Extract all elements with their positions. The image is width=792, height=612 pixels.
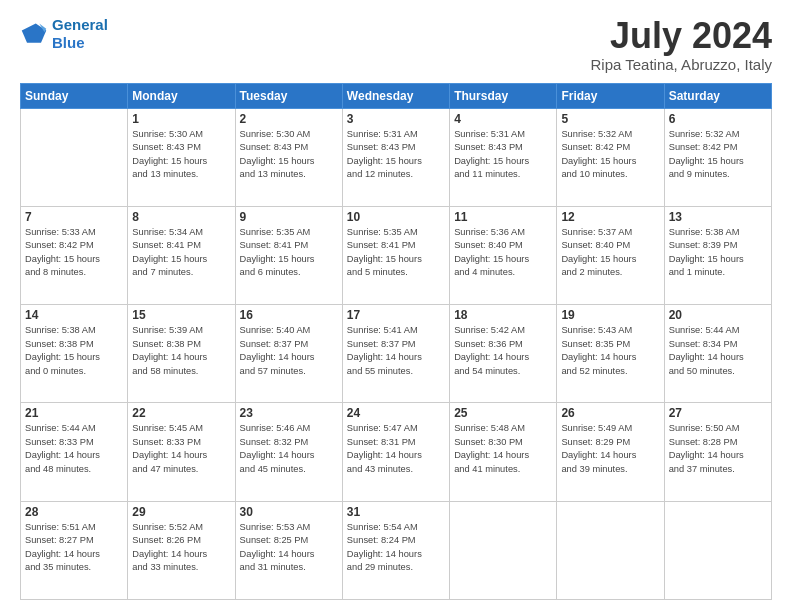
calendar-cell: 10Sunrise: 5:35 AM Sunset: 8:41 PM Dayli… xyxy=(342,206,449,304)
day-number: 15 xyxy=(132,308,230,322)
day-number: 23 xyxy=(240,406,338,420)
day-number: 16 xyxy=(240,308,338,322)
calendar-cell: 15Sunrise: 5:39 AM Sunset: 8:38 PM Dayli… xyxy=(128,305,235,403)
page: General Blue July 2024 Ripa Teatina, Abr… xyxy=(0,0,792,612)
day-number: 6 xyxy=(669,112,767,126)
day-number: 24 xyxy=(347,406,445,420)
calendar-cell: 22Sunrise: 5:45 AM Sunset: 8:33 PM Dayli… xyxy=(128,403,235,501)
cell-info: Sunrise: 5:45 AM Sunset: 8:33 PM Dayligh… xyxy=(132,422,230,476)
day-number: 3 xyxy=(347,112,445,126)
week-row-1: 7Sunrise: 5:33 AM Sunset: 8:42 PM Daylig… xyxy=(21,206,772,304)
calendar-cell: 6Sunrise: 5:32 AM Sunset: 8:42 PM Daylig… xyxy=(664,108,771,206)
cell-info: Sunrise: 5:50 AM Sunset: 8:28 PM Dayligh… xyxy=(669,422,767,476)
day-number: 8 xyxy=(132,210,230,224)
day-number: 9 xyxy=(240,210,338,224)
day-number: 12 xyxy=(561,210,659,224)
col-tuesday: Tuesday xyxy=(235,83,342,108)
cell-info: Sunrise: 5:30 AM Sunset: 8:43 PM Dayligh… xyxy=(132,128,230,182)
cell-info: Sunrise: 5:32 AM Sunset: 8:42 PM Dayligh… xyxy=(561,128,659,182)
calendar-cell: 5Sunrise: 5:32 AM Sunset: 8:42 PM Daylig… xyxy=(557,108,664,206)
col-friday: Friday xyxy=(557,83,664,108)
day-number: 14 xyxy=(25,308,123,322)
calendar-cell: 26Sunrise: 5:49 AM Sunset: 8:29 PM Dayli… xyxy=(557,403,664,501)
calendar-cell xyxy=(450,501,557,599)
cell-info: Sunrise: 5:44 AM Sunset: 8:33 PM Dayligh… xyxy=(25,422,123,476)
header: General Blue July 2024 Ripa Teatina, Abr… xyxy=(20,16,772,73)
cell-info: Sunrise: 5:37 AM Sunset: 8:40 PM Dayligh… xyxy=(561,226,659,280)
calendar-cell: 19Sunrise: 5:43 AM Sunset: 8:35 PM Dayli… xyxy=(557,305,664,403)
calendar-cell: 23Sunrise: 5:46 AM Sunset: 8:32 PM Dayli… xyxy=(235,403,342,501)
cell-info: Sunrise: 5:47 AM Sunset: 8:31 PM Dayligh… xyxy=(347,422,445,476)
cell-info: Sunrise: 5:35 AM Sunset: 8:41 PM Dayligh… xyxy=(240,226,338,280)
calendar-cell: 3Sunrise: 5:31 AM Sunset: 8:43 PM Daylig… xyxy=(342,108,449,206)
col-monday: Monday xyxy=(128,83,235,108)
day-number: 10 xyxy=(347,210,445,224)
cell-info: Sunrise: 5:31 AM Sunset: 8:43 PM Dayligh… xyxy=(454,128,552,182)
day-number: 30 xyxy=(240,505,338,519)
cell-info: Sunrise: 5:44 AM Sunset: 8:34 PM Dayligh… xyxy=(669,324,767,378)
logo-line2: Blue xyxy=(52,34,85,51)
calendar-cell: 28Sunrise: 5:51 AM Sunset: 8:27 PM Dayli… xyxy=(21,501,128,599)
location: Ripa Teatina, Abruzzo, Italy xyxy=(591,56,773,73)
month-year: July 2024 xyxy=(591,16,773,56)
day-number: 22 xyxy=(132,406,230,420)
cell-info: Sunrise: 5:54 AM Sunset: 8:24 PM Dayligh… xyxy=(347,521,445,575)
cell-info: Sunrise: 5:43 AM Sunset: 8:35 PM Dayligh… xyxy=(561,324,659,378)
calendar-cell: 24Sunrise: 5:47 AM Sunset: 8:31 PM Dayli… xyxy=(342,403,449,501)
calendar-cell: 14Sunrise: 5:38 AM Sunset: 8:38 PM Dayli… xyxy=(21,305,128,403)
day-number: 19 xyxy=(561,308,659,322)
day-number: 29 xyxy=(132,505,230,519)
cell-info: Sunrise: 5:40 AM Sunset: 8:37 PM Dayligh… xyxy=(240,324,338,378)
col-wednesday: Wednesday xyxy=(342,83,449,108)
logo-icon xyxy=(20,20,48,48)
calendar-cell: 17Sunrise: 5:41 AM Sunset: 8:37 PM Dayli… xyxy=(342,305,449,403)
col-sunday: Sunday xyxy=(21,83,128,108)
cell-info: Sunrise: 5:46 AM Sunset: 8:32 PM Dayligh… xyxy=(240,422,338,476)
day-number: 2 xyxy=(240,112,338,126)
cell-info: Sunrise: 5:42 AM Sunset: 8:36 PM Dayligh… xyxy=(454,324,552,378)
week-row-3: 21Sunrise: 5:44 AM Sunset: 8:33 PM Dayli… xyxy=(21,403,772,501)
calendar-header-row: Sunday Monday Tuesday Wednesday Thursday… xyxy=(21,83,772,108)
calendar-cell: 9Sunrise: 5:35 AM Sunset: 8:41 PM Daylig… xyxy=(235,206,342,304)
cell-info: Sunrise: 5:52 AM Sunset: 8:26 PM Dayligh… xyxy=(132,521,230,575)
day-number: 4 xyxy=(454,112,552,126)
cell-info: Sunrise: 5:30 AM Sunset: 8:43 PM Dayligh… xyxy=(240,128,338,182)
calendar-cell: 21Sunrise: 5:44 AM Sunset: 8:33 PM Dayli… xyxy=(21,403,128,501)
week-row-0: 1Sunrise: 5:30 AM Sunset: 8:43 PM Daylig… xyxy=(21,108,772,206)
calendar-cell: 20Sunrise: 5:44 AM Sunset: 8:34 PM Dayli… xyxy=(664,305,771,403)
day-number: 21 xyxy=(25,406,123,420)
cell-info: Sunrise: 5:32 AM Sunset: 8:42 PM Dayligh… xyxy=(669,128,767,182)
cell-info: Sunrise: 5:41 AM Sunset: 8:37 PM Dayligh… xyxy=(347,324,445,378)
cell-info: Sunrise: 5:53 AM Sunset: 8:25 PM Dayligh… xyxy=(240,521,338,575)
cell-info: Sunrise: 5:31 AM Sunset: 8:43 PM Dayligh… xyxy=(347,128,445,182)
calendar-cell xyxy=(557,501,664,599)
logo-line1: General xyxy=(52,16,108,33)
day-number: 27 xyxy=(669,406,767,420)
day-number: 7 xyxy=(25,210,123,224)
day-number: 18 xyxy=(454,308,552,322)
calendar-cell: 1Sunrise: 5:30 AM Sunset: 8:43 PM Daylig… xyxy=(128,108,235,206)
day-number: 26 xyxy=(561,406,659,420)
cell-info: Sunrise: 5:48 AM Sunset: 8:30 PM Dayligh… xyxy=(454,422,552,476)
day-number: 17 xyxy=(347,308,445,322)
col-saturday: Saturday xyxy=(664,83,771,108)
calendar-table: Sunday Monday Tuesday Wednesday Thursday… xyxy=(20,83,772,600)
calendar-cell: 18Sunrise: 5:42 AM Sunset: 8:36 PM Dayli… xyxy=(450,305,557,403)
calendar-cell: 2Sunrise: 5:30 AM Sunset: 8:43 PM Daylig… xyxy=(235,108,342,206)
calendar-cell xyxy=(21,108,128,206)
calendar-cell: 4Sunrise: 5:31 AM Sunset: 8:43 PM Daylig… xyxy=(450,108,557,206)
day-number: 31 xyxy=(347,505,445,519)
calendar-cell: 30Sunrise: 5:53 AM Sunset: 8:25 PM Dayli… xyxy=(235,501,342,599)
cell-info: Sunrise: 5:33 AM Sunset: 8:42 PM Dayligh… xyxy=(25,226,123,280)
day-number: 25 xyxy=(454,406,552,420)
calendar-cell: 13Sunrise: 5:38 AM Sunset: 8:39 PM Dayli… xyxy=(664,206,771,304)
calendar-cell xyxy=(664,501,771,599)
col-thursday: Thursday xyxy=(450,83,557,108)
calendar-cell: 7Sunrise: 5:33 AM Sunset: 8:42 PM Daylig… xyxy=(21,206,128,304)
day-number: 5 xyxy=(561,112,659,126)
calendar-cell: 8Sunrise: 5:34 AM Sunset: 8:41 PM Daylig… xyxy=(128,206,235,304)
calendar-cell: 25Sunrise: 5:48 AM Sunset: 8:30 PM Dayli… xyxy=(450,403,557,501)
cell-info: Sunrise: 5:36 AM Sunset: 8:40 PM Dayligh… xyxy=(454,226,552,280)
day-number: 28 xyxy=(25,505,123,519)
cell-info: Sunrise: 5:35 AM Sunset: 8:41 PM Dayligh… xyxy=(347,226,445,280)
